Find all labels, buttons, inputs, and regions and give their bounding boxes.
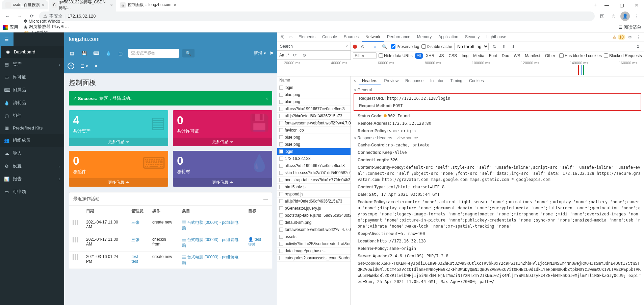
view-source-link[interactable]: view source (397, 136, 418, 140)
filter-type[interactable]: WS (512, 53, 522, 59)
tab-close[interactable]: × (110, 2, 113, 8)
hide-data-urls[interactable]: Hide data URLs (379, 53, 413, 58)
sidebar-item[interactable]: 👥组织成员 (0, 134, 64, 147)
devtools-tab[interactable]: Security (462, 33, 483, 42)
nav-back[interactable]: ← (3, 11, 12, 21)
request-row[interactable]: favicon.ico (277, 127, 351, 134)
upload-icon[interactable]: ⬆ (500, 43, 508, 50)
devtools-tab[interactable]: Sources (340, 33, 362, 42)
inspect-icon[interactable]: ⇱ (279, 33, 286, 41)
sidebar-item[interactable]: ▭可申领 (0, 185, 64, 198)
devtools-tab[interactable]: Performance (384, 33, 414, 42)
request-row[interactable]: blue.png (277, 141, 351, 148)
sidebar-item[interactable]: ▭许可证 (0, 71, 64, 84)
search-clear[interactable]: ⊘ (301, 51, 308, 59)
blocked-requests-check[interactable]: Blocked Requests (604, 53, 642, 58)
request-row[interactable]: respond.js (277, 191, 351, 198)
drop-icon[interactable]: 💧 (104, 51, 113, 56)
filter-type[interactable]: Media (471, 53, 486, 59)
request-row[interactable]: assets (277, 233, 351, 240)
admin-link[interactable]: 三张 (131, 237, 139, 242)
bookmark-item[interactable]: ◉ 网页播放器 PlaySt… (24, 24, 69, 30)
share-icon[interactable]: ⚭ (94, 64, 98, 69)
filter-icon[interactable]: ⌕ (371, 43, 378, 50)
device-icon[interactable]: ▭ (287, 33, 294, 41)
detail-tab[interactable]: Cookies (466, 77, 487, 85)
request-row[interactable]: login (277, 148, 351, 155)
target-link[interactable]: 👤 test test (248, 237, 261, 247)
menu-dropdown[interactable]: ☰ ▾ (80, 64, 88, 69)
column-header[interactable]: 日期 (83, 206, 128, 217)
response-headers-section[interactable]: Response Headers view source (354, 135, 641, 141)
request-row[interactable]: fontawesome-webfont.woff2?v=4.7.0 (277, 120, 351, 127)
tab-close[interactable]: × (174, 2, 176, 8)
browser-tab[interactable]: Cqw5838132的博客_CSDN博客…× (49, 0, 116, 13)
request-row[interactable]: bootstrap-table.css?id=1e77fde04b3f42432… (277, 177, 351, 184)
request-row[interactable]: all.js?id=0efed60df4636f215a73 (277, 113, 351, 120)
barcode-icon[interactable]: ▤ (68, 51, 76, 56)
devtools-tab[interactable]: Memory (414, 33, 435, 42)
key-icon[interactable]: ⚿ (597, 11, 607, 21)
download-icon[interactable]: ⬇ (510, 43, 517, 50)
tab-close[interactable]: × (42, 2, 45, 8)
request-row[interactable]: data:image/png;base… (277, 248, 351, 255)
profile-icon[interactable]: 👤 (620, 11, 630, 21)
request-row[interactable]: blue.png (277, 98, 351, 105)
more-icon[interactable]: ⋮ (635, 33, 643, 41)
request-row[interactable]: skin-blue.css?id=2a741dd5409582c0af89 (277, 169, 351, 177)
settings-icon[interactable]: ⚙ (626, 33, 634, 41)
keyboard-icon[interactable]: ⌨ (92, 51, 101, 56)
filter-type[interactable]: All (415, 53, 423, 59)
request-row[interactable]: categories?sort=assets_count&order=asc&o… (277, 255, 351, 262)
item-link[interactable]: ▤ 台式电脑 (00003) - pc组装电脑 (182, 255, 238, 265)
regex-toggle[interactable]: .* (286, 53, 289, 57)
filter-type[interactable]: JS (437, 53, 446, 59)
sidebar-item[interactable]: ▤资产‹ (0, 58, 64, 71)
detail-tab[interactable]: Timing (447, 77, 466, 85)
nav-forward[interactable]: → (15, 11, 24, 21)
request-row[interactable]: blue.png (277, 134, 351, 141)
save-icon[interactable]: 💾 (80, 51, 88, 56)
filter-type[interactable]: Doc (500, 53, 511, 59)
devtools-tab[interactable]: Console (319, 33, 340, 42)
blocked-cookies-check[interactable]: Has blocked cookies (559, 53, 602, 58)
hdd-icon[interactable]: ▢ (116, 51, 125, 56)
network-timeline[interactable]: 20000 ms40000 ms60000 ms80000 ms100000 m… (277, 60, 644, 76)
column-header[interactable]: 操作 (149, 206, 179, 217)
devtools-tab[interactable]: Application (435, 33, 462, 42)
sidebar-item[interactable]: 📊报告‹ (0, 172, 64, 185)
sidebar-item[interactable]: ▢组件 (0, 109, 64, 122)
aa-toggle[interactable]: Aa (279, 53, 284, 57)
request-row[interactable]: pGenerator.jquery.js (277, 205, 351, 212)
window-minimize[interactable]: — (599, 0, 614, 10)
detail-tab[interactable]: Response (402, 77, 427, 85)
request-row[interactable]: all.js?id=0efed60df4636f215a73 (277, 198, 351, 205)
request-row[interactable]: bootstrap-table.js?id=58d95c93430f2ae333… (277, 212, 351, 219)
filter-input[interactable] (353, 52, 377, 59)
sidebar-item[interactable]: ☁导入 (0, 147, 64, 160)
sidebar-item[interactable]: ⌨附属品 (0, 84, 64, 96)
general-section[interactable]: General (354, 87, 641, 93)
clear-button[interactable]: ⊘ (359, 43, 366, 50)
search-refresh[interactable]: ⟳ (291, 51, 299, 59)
request-row[interactable]: activity?limit=25&sort=created_at&order=… (277, 240, 351, 248)
browser-tab[interactable]: ◎控制面板 :: longzhu.com× (117, 0, 180, 9)
warnings-badge[interactable]: ⚠ 10 (613, 34, 625, 40)
star-icon[interactable]: ☆ (609, 11, 618, 21)
admin-link[interactable]: 三张 (131, 220, 139, 225)
admin-link[interactable]: test test (131, 254, 138, 264)
filter-type[interactable]: Img (460, 53, 470, 59)
request-row[interactable]: fontawesome-webfont.woff2?v=4.7.0 (277, 226, 351, 233)
window-close[interactable]: ✕ (629, 0, 644, 10)
name-column-header[interactable]: Name (277, 76, 351, 84)
sidebar-item[interactable]: ▦Predefined Kits (0, 122, 64, 134)
new-tab-button[interactable]: + (591, 1, 599, 9)
gear-icon[interactable]: ⚙ (634, 43, 642, 50)
more-info-link[interactable]: 更多信息 ➜ (69, 178, 168, 187)
bookmark-item[interactable]: ✲ Microsoft Windo… (24, 19, 69, 24)
window-maximize[interactable]: ▢ (614, 0, 629, 10)
filter-type[interactable]: Font (487, 53, 499, 59)
request-row[interactable]: login (277, 84, 351, 91)
filter-type[interactable]: CSS (446, 53, 459, 59)
sidebar-item[interactable]: ◉Dashboard (0, 46, 64, 58)
